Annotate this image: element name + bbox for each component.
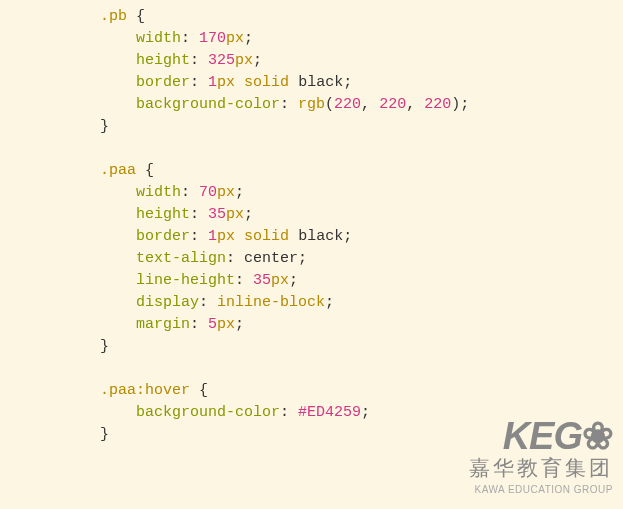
css-unit: px xyxy=(271,272,289,289)
css-value: inline-block xyxy=(217,294,325,311)
css-code-block: .pb { width: 170px; height: 325px; borde… xyxy=(0,0,623,446)
brace-close: } xyxy=(100,118,109,135)
watermark-cn: 嘉华教育集团 xyxy=(469,457,613,479)
brace-open: { xyxy=(145,162,154,179)
css-property: display xyxy=(136,294,199,311)
css-number: 70 xyxy=(199,184,217,201)
css-value: center xyxy=(244,250,298,267)
css-number: 325 xyxy=(208,52,235,69)
css-keyword: solid xyxy=(244,74,289,91)
css-number: 1 xyxy=(208,74,217,91)
css-value: black xyxy=(298,74,343,91)
css-unit: px xyxy=(235,52,253,69)
selector: .paa:hover xyxy=(100,382,190,399)
css-function: rgb xyxy=(298,96,325,113)
css-unit: px xyxy=(217,316,235,333)
css-number: 1 xyxy=(208,228,217,245)
css-property: text-align xyxy=(136,250,226,267)
css-hex-color: #ED4259 xyxy=(298,404,361,421)
css-number: 5 xyxy=(208,316,217,333)
css-unit: px xyxy=(226,30,244,47)
css-property: width xyxy=(136,184,181,201)
brace-open: { xyxy=(136,8,145,25)
css-property: margin xyxy=(136,316,190,333)
css-unit: px xyxy=(217,74,235,91)
css-number: 170 xyxy=(199,30,226,47)
css-unit: px xyxy=(226,206,244,223)
css-property: border xyxy=(136,228,190,245)
watermark-en: KAWA EDUCATION GROUP xyxy=(469,479,613,501)
css-property: line-height xyxy=(136,272,235,289)
css-property: border xyxy=(136,74,190,91)
brace-close: } xyxy=(100,426,109,443)
css-property: background-color xyxy=(136,96,280,113)
css-property: width xyxy=(136,30,181,47)
css-property: height xyxy=(136,206,190,223)
brace-close: } xyxy=(100,338,109,355)
css-number: 35 xyxy=(253,272,271,289)
css-keyword: solid xyxy=(244,228,289,245)
selector: .pb xyxy=(100,8,127,25)
css-number: 35 xyxy=(208,206,226,223)
brace-open: { xyxy=(199,382,208,399)
selector: .paa xyxy=(100,162,136,179)
css-unit: px xyxy=(217,228,235,245)
css-value: black xyxy=(298,228,343,245)
css-unit: px xyxy=(217,184,235,201)
css-property: background-color xyxy=(136,404,280,421)
css-property: height xyxy=(136,52,190,69)
